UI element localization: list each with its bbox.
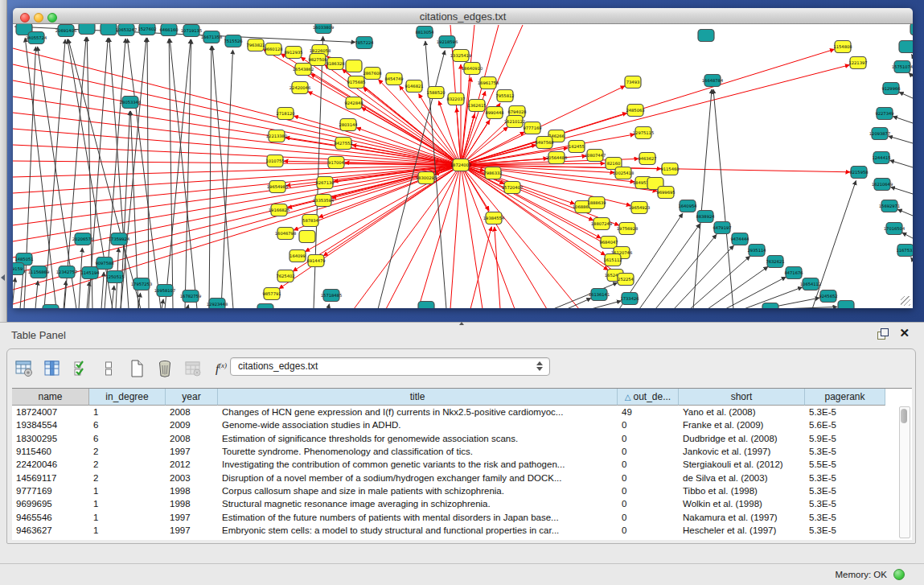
graph-node[interactable] xyxy=(899,41,913,53)
panel-splitter-handle[interactable] xyxy=(458,322,465,327)
network-canvas[interactable]: 1872400724055724206914061065324715276026… xyxy=(13,24,913,308)
graph-node[interactable]: 1221397 xyxy=(848,57,867,69)
column-header-title[interactable]: title xyxy=(218,389,618,406)
graph-node[interactable]: 252254 xyxy=(618,274,634,286)
graph-node[interactable]: 10025418 xyxy=(613,167,634,179)
graph-node[interactable]: 12923448 xyxy=(207,299,228,309)
graph-node[interactable]: 16033809 xyxy=(313,24,334,34)
graph-node[interactable]: 10807447 xyxy=(585,150,606,162)
graph-node[interactable]: 8990448 xyxy=(485,107,503,119)
graph-node[interactable] xyxy=(346,60,362,72)
graph-node[interactable]: 19218596 xyxy=(437,36,458,48)
graph-node[interactable]: 1010755 xyxy=(265,155,284,167)
graph-node[interactable]: 12975115 xyxy=(633,127,654,139)
table-row[interactable]: 969969511998Structural magnetic resonanc… xyxy=(12,497,912,510)
graph-node[interactable]: 7632621 xyxy=(766,256,784,268)
graph-node[interactable] xyxy=(43,305,59,309)
graph-node[interactable] xyxy=(299,231,315,243)
graph-node[interactable]: 12093877 xyxy=(869,128,890,140)
graph-node[interactable]: 10719135 xyxy=(181,25,202,37)
graph-node[interactable]: 9242848 xyxy=(344,97,363,109)
graph-node[interactable]: 1145194 xyxy=(80,267,100,279)
graph-node[interactable]: 17359924 xyxy=(109,233,130,245)
graph-node[interactable] xyxy=(418,302,434,309)
graph-node[interactable]: 7955812 xyxy=(495,90,514,102)
graph-node[interactable]: 9660128 xyxy=(264,43,282,56)
table-row[interactable]: 946554611997Estimation of the future num… xyxy=(12,510,912,523)
graph-node[interactable]: 16961758 xyxy=(478,77,499,89)
graph-node[interactable]: 1527602 xyxy=(138,24,156,35)
graph-node[interactable]: 18300295 xyxy=(416,172,437,184)
graph-node[interactable]: 6466160 xyxy=(159,24,178,36)
graph-node[interactable]: 8267130 xyxy=(315,177,334,189)
graph-node[interactable]: 9227349 xyxy=(875,108,893,120)
graph-node[interactable]: 1888639 xyxy=(587,197,606,209)
vertical-scrollbar[interactable] xyxy=(899,406,910,538)
graph-node[interactable]: 9175685 xyxy=(347,76,365,89)
table-row[interactable]: 2242004622012Investigating the contribut… xyxy=(12,458,912,471)
graph-node[interactable]: 8215958 xyxy=(849,167,868,179)
graph-node[interactable]: 2803144 xyxy=(339,119,358,131)
graph-node[interactable] xyxy=(910,24,913,35)
graph-node[interactable]: 1588520 xyxy=(426,87,445,99)
graph-node[interactable]: 16046798 xyxy=(275,228,296,240)
graph-node[interactable]: 10654112 xyxy=(800,278,821,290)
graph-node[interactable]: 16543862 xyxy=(293,64,314,76)
graph-node[interactable]: 11156869 xyxy=(28,266,49,278)
graph-node[interactable]: 9245652 xyxy=(819,290,837,303)
delete-icon[interactable] xyxy=(154,358,175,379)
column-header-short[interactable]: short xyxy=(679,389,805,406)
graph-node[interactable]: 16136141 xyxy=(589,289,610,301)
graph-node[interactable]: 73493 xyxy=(625,76,641,89)
graph-node[interactable]: 164099 xyxy=(290,250,306,262)
graph-node[interactable] xyxy=(101,24,117,35)
graph-node[interactable]: 19756928 xyxy=(617,223,638,235)
graph-node[interactable]: 19654923 xyxy=(629,202,650,214)
citation-graph[interactable]: 1872400724055724206914061065324715276026… xyxy=(13,24,913,308)
graph-node[interactable]: 12342757 xyxy=(56,266,77,278)
graph-node[interactable]: 1244415 xyxy=(872,152,890,164)
graph-node[interactable]: 16210649 xyxy=(872,179,893,191)
graph-node[interactable]: 9684047 xyxy=(599,237,618,249)
graph-node[interactable]: 9115460 xyxy=(660,163,679,175)
graph-node[interactable]: 7857224 xyxy=(355,37,374,49)
graph-node[interactable]: 587834 xyxy=(302,215,319,227)
graph-node[interactable]: 39159 xyxy=(13,263,24,275)
table-row[interactable]: 911546021997Tourette syndrome. Phenomeno… xyxy=(12,445,912,458)
table-row[interactable]: 1456911722003Disruption of a novel membe… xyxy=(12,471,912,484)
graph-node[interactable]: 15720407 xyxy=(502,182,523,194)
graph-node[interactable]: 8838924 xyxy=(696,211,715,223)
graph-node[interactable]: 24055724 xyxy=(26,32,47,44)
graph-node[interactable]: 8427552 xyxy=(334,138,352,150)
table-selector-dropdown[interactable]: citations_edges.txt xyxy=(230,357,550,376)
graph-node[interactable]: 15751074 xyxy=(892,61,913,73)
side-collapse-strip[interactable] xyxy=(0,0,7,322)
graph-node[interactable]: 9097588 xyxy=(95,257,113,270)
graph-node[interactable]: 7963822 xyxy=(246,39,265,51)
graph-node[interactable]: 16648784 xyxy=(702,75,724,87)
graph-node[interactable]: 162455 xyxy=(569,141,585,153)
graph-node[interactable] xyxy=(257,304,273,309)
column-header-in-degree[interactable]: in_degree xyxy=(89,389,166,406)
graph-node[interactable]: 9827508 xyxy=(308,54,326,66)
graph-node[interactable]: 2485063 xyxy=(626,105,644,117)
graph-node[interactable]: 7986332 xyxy=(483,167,502,179)
table-row[interactable]: 1938455462009Genome-wide association stu… xyxy=(12,418,912,431)
close-panel-icon[interactable]: ✕ xyxy=(899,326,910,340)
column-header-pagerank[interactable]: pagerank xyxy=(805,389,885,406)
graph-node[interactable]: 6914479 xyxy=(306,255,325,267)
graph-node[interactable]: 19384554 xyxy=(483,212,505,225)
graph-node[interactable]: 20691406 xyxy=(55,25,76,37)
select-all-icon[interactable] xyxy=(70,358,91,379)
graph-node[interactable]: 19166825 xyxy=(269,204,290,216)
graph-node[interactable]: 8912935 xyxy=(284,47,302,59)
graph-node[interactable]: 9146821 xyxy=(405,80,423,93)
graph-node[interactable]: 9857791 xyxy=(262,288,281,300)
graph-node[interactable] xyxy=(698,30,714,42)
selection-mode-icon[interactable] xyxy=(98,358,119,379)
graph-node[interactable]: 17957253 xyxy=(131,278,152,290)
graph-node[interactable]: 12213380 xyxy=(266,130,287,142)
graph-node[interactable]: 10958107 xyxy=(154,285,175,297)
scrollbar-thumb[interactable] xyxy=(901,409,907,423)
memory-status-icon[interactable] xyxy=(893,569,905,580)
